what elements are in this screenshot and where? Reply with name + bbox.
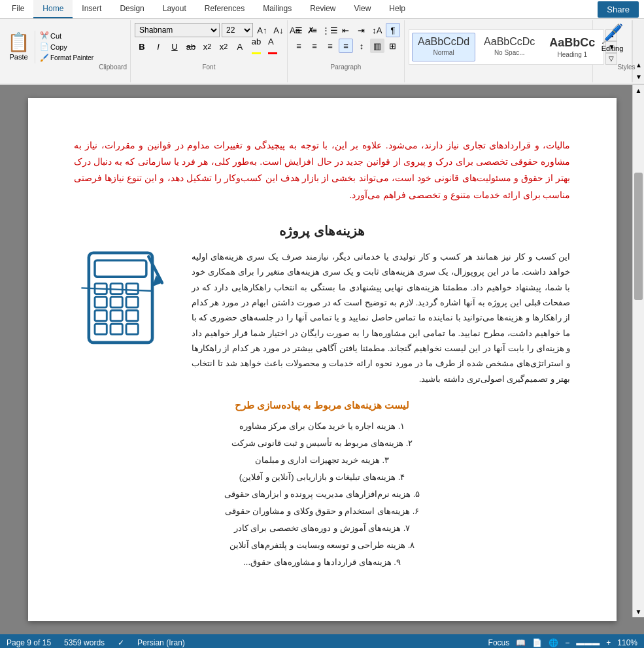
scroll-up-arrow[interactable]: ▲ <box>634 85 644 96</box>
list-item: ۷. هزینه‌های آموزش و دوره‌های تخصصی برای… <box>74 520 571 537</box>
ribbon-tab-bar: File Home Insert Design Layout Reference… <box>0 0 644 19</box>
tab-file[interactable]: File <box>3 0 33 18</box>
read-mode-icon[interactable]: 📖 <box>516 638 526 647</box>
underline-button[interactable]: U <box>167 39 182 54</box>
font-color-button[interactable]: A <box>265 39 280 54</box>
svg-rect-11 <box>95 324 107 334</box>
focus-button[interactable]: Focus <box>488 638 510 647</box>
editing-icon: 🖊️ <box>601 23 624 44</box>
format-painter-button[interactable]: 🖌️ Format Painter <box>38 53 95 63</box>
section-body-text[interactable]: این کسب و کار نیز همانند هر کسب و کار تو… <box>192 249 571 387</box>
font-name-select[interactable]: Shabnam <box>135 23 220 37</box>
zoom-in-button[interactable]: + <box>606 638 611 647</box>
spelling-icon[interactable]: ✓ <box>118 638 124 647</box>
style-nospace-preview: AaBbCcDc <box>484 36 535 48</box>
editing-label: Editing <box>602 44 624 52</box>
svg-rect-8 <box>95 310 107 320</box>
tab-references[interactable]: References <box>195 0 254 18</box>
svg-rect-9 <box>110 310 122 320</box>
list-item: ۴. هزینه‌های تبلیغات و بازاریابی (آنلاین… <box>74 469 571 486</box>
subscript-button[interactable]: x2 <box>200 39 214 54</box>
tab-review[interactable]: Review <box>301 0 345 18</box>
format-painter-label: Format Painter <box>50 54 93 61</box>
calculator-svg <box>80 249 172 354</box>
style-normal[interactable]: AaBbCcDd Normal <box>412 33 475 61</box>
editing-group-label <box>601 69 624 71</box>
tab-layout[interactable]: Layout <box>154 0 195 18</box>
borders-button[interactable]: ⊞ <box>386 39 400 53</box>
scroll-down-arrow[interactable]: ▼ <box>634 606 644 617</box>
list-item: ۸. هزینه طراحی و توسعه وبسایت و پلتفرم‌ه… <box>74 537 571 554</box>
print-layout-icon[interactable]: 📄 <box>532 638 542 647</box>
svg-rect-12 <box>110 324 122 334</box>
style-heading1-label: Heading 1 <box>558 51 588 58</box>
list-item: ۳. هزینه خرید تجهیزات اداری و مبلمان <box>74 452 571 469</box>
increase-font-button[interactable]: A↑ <box>255 23 269 37</box>
style-normal-label: Normal <box>433 49 454 56</box>
sort-button[interactable]: ↕A <box>370 23 384 37</box>
list-item: ۵. هزینه نرم‌افزارهای مدیریت پرونده و اب… <box>74 486 571 503</box>
page-indicator: Page 9 of 15 <box>7 638 51 647</box>
ribbon-scroll-down[interactable]: ▼ <box>633 71 644 82</box>
red-paragraph[interactable]: مالیات، و قراردادهای تجاری نیاز دارند، م… <box>74 137 571 203</box>
tab-view[interactable]: View <box>345 0 381 18</box>
format-painter-icon: 🖌️ <box>40 54 49 62</box>
list-item: ۱. هزینه اجاره یا خرید مکان برای مرکز مش… <box>74 418 571 435</box>
decrease-indent-button[interactable]: ⇤ <box>339 23 353 37</box>
shading-button[interactable]: ▥ <box>370 39 384 53</box>
cut-label: Cut <box>50 32 61 40</box>
paragraph-group-label: Paragraph <box>292 62 400 71</box>
decrease-font-button[interactable]: A↓ <box>271 23 286 37</box>
svg-rect-13 <box>126 324 138 334</box>
zoom-slider[interactable]: ▬▬▬ <box>576 638 600 647</box>
multilevel-list-button[interactable]: ⋮☰ <box>323 23 337 37</box>
tab-help[interactable]: Help <box>380 0 415 18</box>
italic-button[interactable]: I <box>151 39 165 54</box>
highlight-color-button[interactable]: ab <box>249 39 263 54</box>
style-normal-preview: AaBbCcDd <box>418 36 469 48</box>
paste-button[interactable]: 📋 Paste <box>3 31 35 63</box>
increase-indent-button[interactable]: ⇥ <box>354 23 369 37</box>
align-right-button[interactable]: ≡ <box>323 39 337 53</box>
ribbon-scrollbar[interactable]: ▲ ▼ <box>632 20 644 82</box>
line-spacing-button[interactable]: ↕ <box>354 39 369 53</box>
align-center-button[interactable]: ≡ <box>307 39 322 53</box>
zoom-out-button[interactable]: − <box>565 638 569 647</box>
tab-mailings[interactable]: Mailings <box>254 0 301 18</box>
text-effects-button[interactable]: A <box>233 39 247 54</box>
list-item: ۹. هزینه‌های قراردادها و مشاوره‌های حقوق… <box>74 554 571 571</box>
style-no-spacing[interactable]: AaBbCcDc No Spac... <box>478 33 541 61</box>
clipboard-group-label: Clipboard <box>98 62 127 71</box>
bullets-button[interactable]: ☰ <box>292 23 306 37</box>
status-bar: Page 9 of 15 5359 words ✓ Persian (Iran)… <box>0 634 644 648</box>
copy-button[interactable]: 📄 Copy <box>38 42 95 52</box>
tab-design[interactable]: Design <box>110 0 153 18</box>
font-size-select[interactable]: 22 <box>222 23 253 37</box>
align-left-button[interactable]: ≡ <box>292 39 306 53</box>
svg-rect-10 <box>126 310 138 320</box>
numbering-button[interactable]: ≡ <box>307 23 322 37</box>
superscript-button[interactable]: x2 <box>216 39 231 54</box>
section-title: هزینه‌های پروژه <box>74 223 571 239</box>
status-left: Page 9 of 15 5359 words ✓ Persian (Iran) <box>7 638 475 647</box>
strikethrough-button[interactable]: ab <box>184 39 198 54</box>
status-right: Focus 📖 📄 🌐 − ▬▬▬ + 110% <box>488 638 637 647</box>
justify-button[interactable]: ≡ <box>339 39 353 53</box>
svg-rect-6 <box>110 297 122 307</box>
zoom-level: 110% <box>617 638 637 647</box>
font-group: Shabnam 22 A↑ A↓ Aa ✗ B I U ab x2 x2 A <box>131 20 288 82</box>
editing-inner: 🖊️ Editing <box>601 23 624 52</box>
paste-label: Paste <box>9 53 27 61</box>
document-page[interactable]: مالیات، و قراردادهای تجاری نیاز دارند، م… <box>28 98 617 621</box>
document-container: ▲ ▼ مالیات، و قراردادهای تجاری نیاز دارن… <box>0 85 644 634</box>
share-button[interactable]: Share <box>598 1 639 18</box>
bold-button[interactable]: B <box>135 39 149 54</box>
cost-list: ۱. هزینه اجاره یا خرید مکان برای مرکز مش… <box>74 418 571 571</box>
clipboard-sub: ✂️ Cut 📄 Copy 🖌️ Format Painter <box>35 28 98 65</box>
editing-group: 🖊️ Editing <box>593 20 632 82</box>
show-formatting-button[interactable]: ¶ <box>386 23 400 37</box>
cut-button[interactable]: ✂️ Cut <box>38 31 95 41</box>
web-layout-icon[interactable]: 🌐 <box>549 638 558 647</box>
tab-home[interactable]: Home <box>33 0 73 18</box>
tab-insert[interactable]: Insert <box>73 0 110 18</box>
